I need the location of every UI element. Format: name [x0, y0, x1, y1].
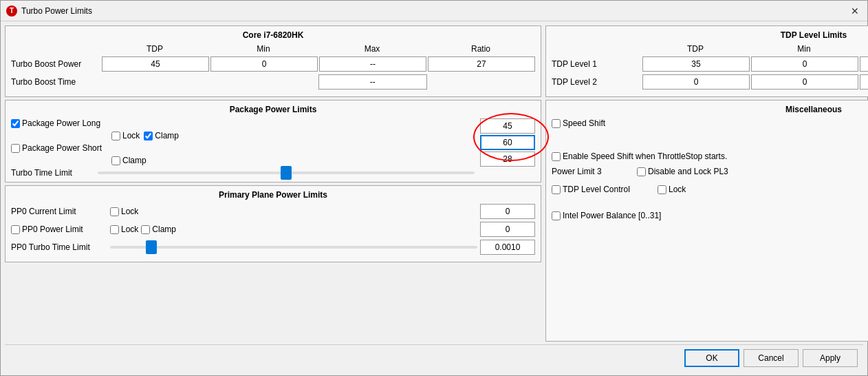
ppp-power-value[interactable]	[480, 222, 535, 237]
pkg-section: Package Power Limits Package Power Long	[5, 100, 541, 182]
disable-lock-checkbox[interactable]	[637, 167, 646, 176]
pl3-label: Power Limit 3	[552, 167, 634, 176]
ppp-power-clamp-label[interactable]: Clamp	[141, 224, 176, 234]
intel-balance-text: Intel Power Balance [0..31]	[563, 211, 661, 220]
ppp-current-lock-label[interactable]: Lock	[110, 207, 138, 216]
pkg-long-value[interactable]	[480, 118, 535, 134]
ppp-power-row: PP0 Power Limit Lock Clamp	[11, 222, 535, 237]
ppp-power-checkbox[interactable]	[11, 225, 20, 234]
clamp-checkbox-label[interactable]: Clamp	[144, 131, 179, 140]
lock-checkbox[interactable]	[111, 132, 120, 140]
ppp-current-lock-text: Lock	[121, 207, 138, 216]
tdp-level1-max[interactable]	[860, 56, 868, 72]
tdp-lock-label[interactable]: Lock	[658, 185, 686, 194]
turbo-boost-power-row: Turbo Boost Power	[11, 56, 535, 72]
window-title: Turbo Power Limits	[21, 6, 92, 16]
pkg-section-title: Package Power Limits	[11, 105, 535, 114]
ppp-power-lock[interactable]	[110, 225, 119, 234]
ppp-power-lock-label[interactable]: Lock	[110, 224, 138, 234]
ppp-section: Primary Plane Power Limits PP0 Current L…	[5, 185, 541, 262]
disable-lock-text: Disable and Lock PL3	[648, 167, 728, 176]
tdp-section: TDP Level Limits TDP Min Max Ratio TDP L…	[545, 25, 868, 97]
pkg-short-value[interactable]	[480, 135, 535, 150]
turbo-boost-time-ratio-empty	[428, 74, 536, 90]
disable-lock-label[interactable]: Disable and Lock PL3	[637, 167, 728, 176]
turbo-boost-power-max[interactable]	[319, 56, 426, 72]
pkg-long-label: Package Power Long	[22, 118, 100, 128]
tdp-lock-checkbox[interactable]	[658, 185, 666, 194]
tdp-level2-min[interactable]	[751, 74, 858, 90]
clamp2-checkbox-label[interactable]: Clamp	[111, 156, 147, 165]
content-area: Core i7-6820HK TDP Min Max Ratio Turbo B…	[1, 21, 867, 375]
tdp-col-headers: TDP Min Max Ratio	[552, 44, 868, 54]
ppp-turbo-slider[interactable]	[110, 246, 477, 249]
turbo-time-row: Turbo Time Limit	[11, 168, 475, 178]
turbo-boost-time-tdp-empty	[102, 74, 209, 90]
ppp-current-value[interactable]	[480, 204, 535, 219]
speed-shift-checkbox[interactable]	[552, 119, 561, 128]
tdp-level1-min[interactable]	[751, 56, 858, 72]
core-col-min: Min	[209, 44, 318, 54]
core-section-title: Core i7-6820HK	[11, 30, 535, 40]
core-col-max: Max	[318, 44, 426, 54]
tdp-level2-tdp[interactable]	[642, 74, 750, 90]
ppp-power-checkbox-label[interactable]: PP0 Power Limit	[11, 224, 107, 234]
turbo-boost-power-min[interactable]	[210, 56, 318, 72]
cancel-button[interactable]: Cancel	[744, 349, 799, 367]
enable-shift-label[interactable]: Enable Speed Shift when ThrottleStop sta…	[552, 152, 727, 161]
ppp-power-clamp[interactable]	[141, 225, 150, 234]
main-area: Core i7-6820HK TDP Min Max Ratio Turbo B…	[5, 25, 863, 342]
ppp-current-label: PP0 Current Limit	[11, 207, 107, 216]
core-col-headers: TDP Min Max Ratio	[11, 44, 535, 54]
title-bar-left: T Turbo Power Limits	[6, 6, 92, 17]
right-panel: TDP Level Limits TDP Min Max Ratio TDP L…	[545, 25, 868, 342]
turbo-boost-power-ratio[interactable]	[428, 56, 535, 72]
left-panel: Core i7-6820HK TDP Min Max Ratio Turbo B…	[5, 25, 541, 342]
tdp-level2-max[interactable]	[860, 74, 868, 90]
clamp-checkbox[interactable]	[144, 132, 153, 140]
enable-shift-text: Enable Speed Shift when ThrottleStop sta…	[563, 152, 727, 161]
ppp-turbo-label: PP0 Turbo Time Limit	[11, 242, 107, 252]
pl3-row: Power Limit 3 Disable and Lock PL3	[552, 164, 868, 179]
ppp-section-title: Primary Plane Power Limits	[11, 190, 535, 200]
ppp-current-lock[interactable]	[110, 207, 119, 216]
tdp-col-min: Min	[750, 44, 858, 54]
tdp-level1-label: TDP Level 1	[552, 59, 641, 69]
pkg-short-checkbox[interactable]	[11, 144, 20, 153]
intel-balance-checkbox[interactable]	[552, 211, 561, 220]
intel-balance-label[interactable]: Intel Power Balance [0..31]	[552, 211, 868, 220]
turbo-boost-power-tdp[interactable]	[102, 56, 209, 72]
close-button[interactable]: ✕	[848, 4, 862, 18]
app-icon: T	[6, 6, 17, 17]
pkg-long-checkbox[interactable]	[11, 119, 20, 128]
tdp-level2-label: TDP Level 2	[552, 77, 641, 87]
speed-shift-checkbox-label[interactable]: Speed Shift	[552, 118, 605, 128]
ppp-power-lock-text: Lock	[121, 224, 138, 234]
pkg-time-value[interactable]	[480, 152, 535, 167]
tdp-section-title: TDP Level Limits	[552, 30, 868, 40]
tdp-level2-row: TDP Level 2	[552, 74, 868, 90]
ppp-current-row: PP0 Current Limit Lock	[11, 204, 535, 219]
turbo-time-slider[interactable]	[98, 171, 475, 174]
clamp2-checkbox[interactable]	[111, 156, 120, 165]
turbo-boost-time-min-empty	[210, 74, 318, 90]
pkg-short-checkbox-label[interactable]: Package Power Short	[11, 143, 102, 153]
clamp2-label: Clamp	[122, 156, 147, 165]
ppp-turbo-value[interactable]	[480, 240, 535, 255]
apply-button[interactable]: Apply	[803, 349, 858, 367]
main-window: T Turbo Power Limits ✕ Core i7-6820HK TD…	[0, 0, 868, 376]
clamp-label: Clamp	[155, 131, 179, 140]
tdp-level1-tdp[interactable]	[642, 56, 750, 72]
speed-shift-label: Speed Shift	[563, 118, 605, 128]
tdp-control-checkbox[interactable]	[552, 185, 561, 194]
ppp-power-clamp-text: Clamp	[152, 224, 176, 234]
turbo-boost-time-max[interactable]	[318, 74, 427, 90]
tdp-control-label[interactable]: TDP Level Control	[552, 185, 655, 194]
tdp-col-tdp: TDP	[641, 44, 750, 54]
turbo-boost-power-label: Turbo Boost Power	[11, 59, 100, 69]
ok-button[interactable]: OK	[684, 349, 739, 367]
lock-label: Lock	[122, 131, 140, 140]
enable-shift-checkbox[interactable]	[552, 152, 561, 161]
pkg-long-checkbox-label[interactable]: Package Power Long	[11, 118, 100, 128]
lock-checkbox-label[interactable]: Lock	[111, 131, 140, 140]
